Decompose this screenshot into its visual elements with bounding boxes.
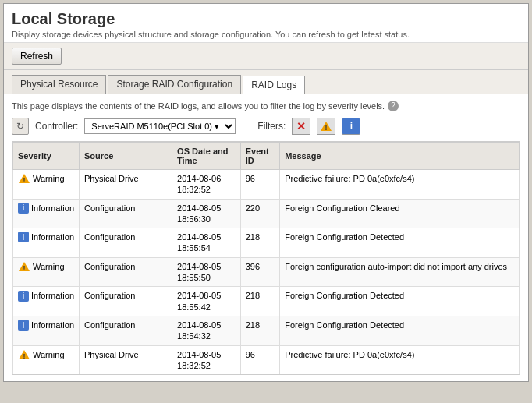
cell-message: Foreign Configuration Cleared — [280, 199, 520, 228]
cell-datetime: 2014-08-05 18:55:42 — [172, 287, 241, 316]
table-header-row: Severity Source OS Date and Time Event I… — [13, 143, 520, 170]
cell-source: Configuration — [80, 199, 172, 228]
filters-label: Filters: — [257, 121, 286, 132]
tab-bar: Physical Resource Storage RAID Configura… — [4, 70, 528, 94]
cell-severity: !Warning — [13, 170, 80, 200]
cell-message: Predictive failure: PD 0a(e0xfc/s4) — [280, 345, 520, 375]
window-header: Local Storage Display storage devices ph… — [4, 4, 528, 43]
cell-severity: !Warning — [13, 345, 80, 375]
local-storage-window: Local Storage Display storage devices ph… — [3, 3, 529, 382]
cell-severity: iInformation — [13, 228, 80, 258]
refresh-button[interactable]: Refresh — [12, 48, 62, 65]
main-content: This page displays the contents of the R… — [4, 94, 528, 381]
cell-message: Foreign Configuration Detected — [280, 287, 520, 316]
cell-eventid: 218 — [240, 287, 279, 316]
cell-datetime: 2014-08-05 18:56:30 — [172, 199, 241, 228]
svg-text:!: ! — [325, 124, 328, 132]
filter-error-button[interactable]: ✕ — [292, 118, 310, 135]
cell-datetime: 2014-08-05 18:55:54 — [172, 228, 241, 258]
table-row: iInformationConfiguration2014-08-05 18:5… — [13, 199, 520, 228]
controller-label: Controller: — [35, 121, 78, 132]
help-icon[interactable]: ? — [388, 101, 399, 111]
svg-text:!: ! — [23, 176, 26, 184]
filter-warning-button[interactable]: ! — [317, 118, 335, 135]
toolbar: Refresh — [4, 43, 528, 70]
page-title: Local Storage — [12, 10, 520, 28]
cell-datetime: 2014-08-05 18:55:50 — [172, 257, 241, 287]
col-source: Source — [80, 143, 172, 170]
cell-eventid: 96 — [240, 170, 279, 200]
col-eventid: Event ID — [240, 143, 279, 170]
cell-eventid: 96 — [240, 345, 279, 375]
cell-source: Configuration — [80, 228, 172, 258]
table-row: !WarningConfiguration2014-08-05 18:55:50… — [13, 257, 520, 287]
cell-datetime: 2014-08-06 18:32:52 — [172, 170, 241, 200]
table-row: iInformationConfiguration2014-08-05 18:5… — [13, 316, 520, 345]
page-subtitle: Display storage devices physical structu… — [12, 30, 520, 39]
table-row: iInformationConfiguration2014-08-05 18:5… — [13, 228, 520, 258]
cell-source: Physical Drive — [80, 345, 172, 375]
svg-text:!: ! — [23, 352, 26, 360]
cell-source: Configuration — [80, 316, 172, 345]
filter-bar: ↻ Controller: ServeRAID M5110e(PCI Slot … — [12, 118, 520, 135]
cell-eventid: 218 — [240, 316, 279, 345]
table-row: !WarningPhysical Drive2014-08-06 18:32:5… — [13, 170, 520, 200]
cell-message: Foreign configuration auto-import did no… — [280, 257, 520, 287]
col-message: Message — [280, 143, 520, 170]
cell-source: Configuration — [80, 257, 172, 287]
filter-info-button[interactable]: i — [342, 118, 360, 135]
table-row: !WarningPhysical Drive2014-08-05 18:32:5… — [13, 345, 520, 375]
cell-eventid: 218 — [240, 228, 279, 258]
tab-physical-resource[interactable]: Physical Resource — [12, 75, 106, 94]
cell-eventid: 220 — [240, 199, 279, 228]
log-table-container: Severity Source OS Date and Time Event I… — [12, 141, 520, 375]
col-datetime: OS Date and Time — [172, 143, 241, 170]
svg-text:!: ! — [23, 264, 26, 272]
cell-severity: !Warning — [13, 257, 80, 287]
cell-eventid: 396 — [240, 257, 279, 287]
cell-source: Configuration — [80, 287, 172, 316]
cell-message: Foreign Configuration Detected — [280, 316, 520, 345]
cell-source: Physical Drive — [80, 170, 172, 200]
cell-severity: iInformation — [13, 287, 80, 316]
cell-datetime: 2014-08-05 18:54:32 — [172, 316, 241, 345]
cell-message: Predictive failure: PD 0a(e0xfc/s4) — [280, 170, 520, 200]
col-severity: Severity — [13, 143, 80, 170]
small-refresh-button[interactable]: ↻ — [12, 118, 29, 135]
page-description: This page displays the contents of the R… — [12, 101, 520, 111]
tab-raid-logs[interactable]: RAID Logs — [243, 76, 305, 94]
log-table: Severity Source OS Date and Time Event I… — [12, 142, 520, 375]
cell-severity: iInformation — [13, 199, 80, 228]
tab-storage-raid[interactable]: Storage RAID Configuration — [108, 75, 241, 94]
cell-message: Foreign Configuration Detected — [280, 228, 520, 258]
controller-select[interactable]: ServeRAID M5110e(PCI Slot 0) ▾ — [84, 118, 236, 134]
cell-severity: iInformation — [13, 316, 80, 345]
cell-datetime: 2014-08-05 18:32:52 — [172, 345, 241, 375]
table-row: iInformationConfiguration2014-08-05 18:5… — [13, 287, 520, 316]
